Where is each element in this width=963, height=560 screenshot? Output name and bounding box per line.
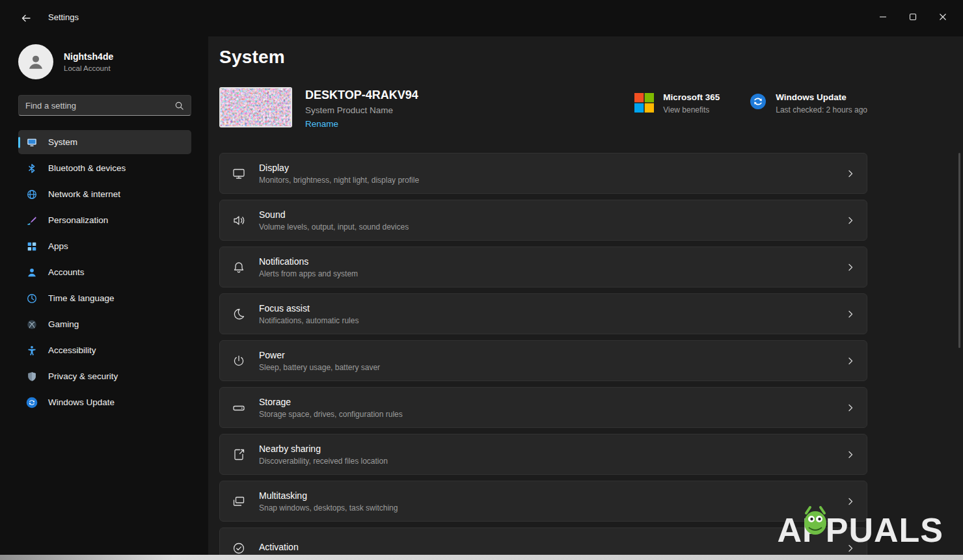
sidebar-item-system[interactable]: System: [18, 130, 191, 154]
windows-update-icon: [26, 397, 38, 408]
settings-row-storage[interactable]: StorageStorage space, drives, configurat…: [219, 387, 867, 428]
sidebar-nav: System Bluetooth & devices Network & int…: [18, 130, 191, 414]
sidebar-item-label: Privacy & security: [48, 371, 118, 381]
sidebar-item-label: Time & language: [48, 293, 115, 303]
bluetooth-icon: [26, 163, 38, 174]
sidebar-item-label: System: [48, 137, 77, 147]
accessibility-icon: [26, 345, 38, 356]
apps-grid-icon: [26, 241, 38, 252]
settings-row-notifications[interactable]: NotificationsAlerts from apps and system: [219, 247, 867, 287]
shield-icon: [26, 371, 38, 382]
row-title: Storage: [259, 397, 403, 407]
settings-row-display[interactable]: DisplayMonitors, brightness, night light…: [219, 153, 867, 194]
device-name: DESKTOP-4RAKV94: [305, 88, 418, 102]
chevron-right-icon: [846, 263, 855, 272]
bottom-edge: [0, 555, 963, 560]
windows-update-promo-icon: [750, 92, 766, 115]
sidebar-item-personalization[interactable]: Personalization: [18, 208, 191, 232]
device-info: DESKTOP-4RAKV94 System Product Name Rena…: [305, 87, 418, 129]
device-thumbnail: [219, 87, 292, 127]
settings-row-focus-assist[interactable]: Focus assistNotifications, automatic rul…: [219, 293, 867, 334]
close-icon: [939, 13, 947, 21]
sidebar-item-label: Gaming: [48, 319, 79, 329]
minimize-button[interactable]: [868, 4, 898, 30]
sidebar-item-accessibility[interactable]: Accessibility: [18, 338, 191, 362]
promo-subtitle: Last checked: 2 hours ago: [776, 105, 867, 114]
sidebar-item-gaming[interactable]: Gaming: [18, 312, 191, 336]
rename-link[interactable]: Rename: [305, 119, 338, 129]
sidebar-item-apps[interactable]: Apps: [18, 234, 191, 258]
focus-assist-icon: [230, 307, 247, 321]
settings-row-multitasking[interactable]: MultitaskingSnap windows, desktops, task…: [219, 481, 867, 522]
search-input[interactable]: [25, 101, 174, 111]
window-controls: [868, 4, 958, 30]
row-subtitle: Volume levels, output, input, sound devi…: [259, 222, 409, 232]
sidebar-item-privacy-security[interactable]: Privacy & security: [18, 364, 191, 388]
row-title: Multitasking: [259, 490, 398, 501]
watermark: APPUALS: [778, 511, 943, 550]
settings-row-power[interactable]: PowerSleep, battery usage, battery saver: [219, 340, 867, 381]
promo-title: Microsoft 365: [663, 92, 720, 102]
sidebar-item-label: Accounts: [48, 267, 85, 277]
sidebar-item-label: Windows Update: [48, 397, 115, 407]
person-icon: [26, 52, 46, 72]
sidebar-item-accounts[interactable]: Accounts: [18, 260, 191, 284]
row-subtitle: Monitors, brightness, night light, displ…: [259, 176, 419, 185]
row-subtitle: Notifications, automatic rules: [259, 316, 359, 325]
settings-row-sound[interactable]: SoundVolume levels, output, input, sound…: [219, 200, 867, 241]
row-title: Power: [259, 350, 380, 360]
sidebar-item-network-internet[interactable]: Network & internet: [18, 182, 191, 206]
row-subtitle: Snap windows, desktops, task switching: [259, 503, 398, 513]
row-title: Focus assist: [259, 303, 359, 313]
row-subtitle: Discoverability, received files location: [259, 457, 388, 466]
row-subtitle: Storage space, drives, configuration rul…: [259, 410, 403, 419]
settings-row-nearby-sharing[interactable]: Nearby sharingDiscoverability, received …: [219, 434, 867, 475]
close-button[interactable]: [928, 4, 958, 30]
chevron-right-icon: [846, 310, 855, 319]
sidebar-item-label: Accessibility: [48, 345, 96, 355]
sound-icon: [230, 213, 247, 228]
search-box[interactable]: [18, 95, 191, 116]
avatar[interactable]: [18, 44, 53, 79]
settings-rows: DisplayMonitors, brightness, night light…: [219, 153, 867, 560]
sidebar-item-time-language[interactable]: Time & language: [18, 286, 191, 310]
storage-icon: [230, 401, 247, 415]
promo-tiles: Microsoft 365 View benefits Windows Upda…: [634, 87, 867, 115]
windows-update-promo[interactable]: Windows Update Last checked: 2 hours ago: [750, 92, 867, 115]
globe-icon: [26, 189, 38, 200]
promo-subtitle: View benefits: [663, 105, 720, 114]
back-arrow-icon: [21, 13, 31, 23]
sidebar-item-windows-update[interactable]: Windows Update: [18, 390, 191, 414]
sidebar-item-label: Apps: [48, 241, 68, 251]
scrollbar[interactable]: [958, 153, 960, 348]
window-title: Settings: [48, 9, 79, 22]
settings-window: Settings Nightsh4de Local Account: [0, 0, 963, 560]
user-block: Nightsh4de Local Account: [18, 44, 191, 79]
appuals-mascot-icon: [800, 505, 831, 544]
chevron-right-icon: [846, 450, 855, 459]
chevron-right-icon: [846, 403, 855, 412]
back-button[interactable]: [16, 9, 36, 27]
xbox-icon: [26, 319, 38, 330]
sidebar-item-label: Bluetooth & devices: [48, 163, 126, 173]
sidebar-item-bluetooth-devices[interactable]: Bluetooth & devices: [18, 156, 191, 180]
nearby-sharing-icon: [230, 447, 247, 462]
device-strip: DESKTOP-4RAKV94 System Product Name Rena…: [219, 87, 867, 129]
promo-title: Windows Update: [776, 92, 867, 102]
chevron-right-icon: [846, 497, 855, 506]
chevron-right-icon: [846, 216, 855, 225]
row-title: Activation: [259, 542, 299, 552]
row-title: Display: [259, 163, 419, 173]
microsoft-365-promo[interactable]: Microsoft 365 View benefits: [634, 92, 720, 115]
display-icon: [230, 167, 247, 181]
multitasking-icon: [230, 494, 247, 509]
activation-icon: [230, 541, 247, 555]
paintbrush-icon: [26, 215, 38, 226]
maximize-button[interactable]: [898, 4, 928, 30]
titlebar: Settings: [0, 0, 963, 36]
sidebar: Nightsh4de Local Account System Bluetoot…: [0, 36, 210, 560]
device-product-name: System Product Name: [305, 105, 418, 115]
sidebar-item-label: Personalization: [48, 215, 108, 225]
account-type: Local Account: [64, 64, 113, 72]
microsoft-logo-icon: [634, 92, 654, 115]
